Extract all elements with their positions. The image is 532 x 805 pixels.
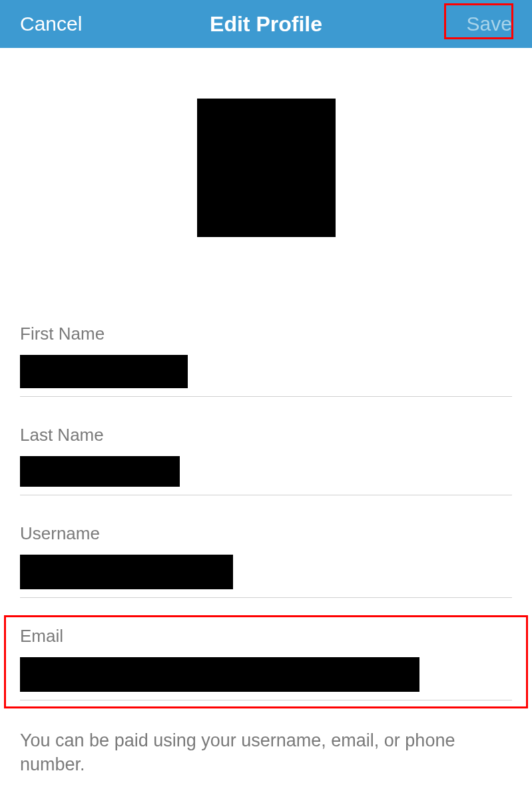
cancel-button[interactable]: Cancel bbox=[20, 13, 82, 35]
first-name-input[interactable] bbox=[20, 355, 188, 388]
last-name-field: Last Name bbox=[20, 425, 512, 495]
last-name-input[interactable] bbox=[20, 456, 180, 487]
help-text: You can be paid using your username, ema… bbox=[20, 728, 512, 777]
content-area: First Name Last Name Username Email You … bbox=[0, 48, 532, 777]
email-highlight-box bbox=[4, 615, 528, 708]
username-input[interactable] bbox=[20, 555, 233, 589]
email-container: Email bbox=[20, 626, 512, 700]
page-title: Edit Profile bbox=[210, 12, 322, 37]
save-highlight-box bbox=[444, 3, 513, 39]
profile-avatar[interactable] bbox=[197, 99, 336, 237]
username-label: Username bbox=[20, 523, 512, 544]
first-name-label: First Name bbox=[20, 324, 512, 344]
username-field: Username bbox=[20, 523, 512, 598]
avatar-section bbox=[20, 48, 512, 324]
first-name-field: First Name bbox=[20, 324, 512, 397]
last-name-label: Last Name bbox=[20, 425, 512, 445]
